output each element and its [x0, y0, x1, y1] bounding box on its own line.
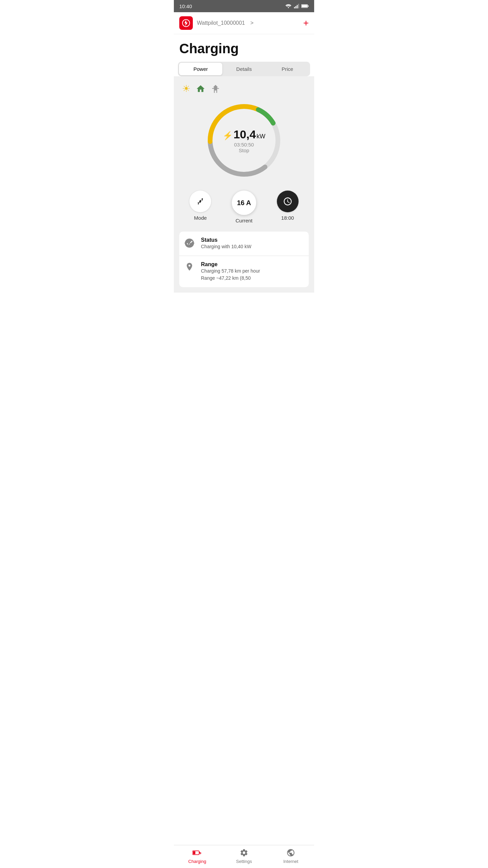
current-control: 16 A Current	[232, 191, 256, 223]
mode-control: Mode	[189, 191, 211, 221]
svg-rect-0	[294, 7, 295, 8]
current-button[interactable]: 16 A	[232, 191, 256, 215]
power-unit: kW	[257, 133, 265, 140]
svg-rect-2	[297, 5, 298, 8]
current-value: 16 A	[237, 199, 251, 207]
power-source-icons: ☀	[179, 82, 309, 96]
mode-button[interactable]	[189, 191, 211, 212]
tab-power[interactable]: Power	[179, 63, 222, 75]
mode-label: Mode	[194, 215, 207, 221]
range-line1: Charging 57,78 km per hour	[201, 268, 260, 275]
controls-row: Mode 16 A Current 18:00	[179, 188, 309, 226]
device-name[interactable]: Wattpilot_10000001	[197, 20, 245, 26]
range-icon-wrap	[183, 261, 196, 273]
range-card: Range Charging 57,78 km per hour Range ~…	[179, 256, 309, 287]
signal-icon	[294, 4, 299, 8]
timer-control: 18:00	[277, 191, 299, 221]
main-content: ☀ ⚡ 10,4 kW 03:50:50 Stop	[174, 76, 314, 293]
home-icon	[196, 84, 205, 94]
range-line2: Range ~47,22 km (8,50	[201, 275, 260, 282]
status-text: Charging with 10,40 kW	[201, 243, 251, 250]
gauge-time: 03:50:50	[234, 142, 254, 147]
info-cards: Status Charging with 10,40 kW Range Char…	[179, 232, 309, 287]
timer-value: 18:00	[281, 215, 294, 221]
status-time: 10:40	[179, 3, 192, 9]
grid-tower-icon	[211, 84, 220, 94]
gauge-power-display: ⚡ 10,4 kW	[223, 128, 265, 141]
tab-price[interactable]: Price	[266, 63, 309, 75]
app-header: Wattpilot_10000001 > +	[174, 12, 314, 34]
svg-rect-3	[298, 4, 299, 8]
power-gauge: ⚡ 10,4 kW 03:50:50 Stop	[203, 100, 285, 181]
app-logo[interactable]	[179, 16, 193, 30]
page-title: Charging	[174, 34, 314, 62]
current-label: Current	[236, 218, 252, 223]
add-button[interactable]: +	[303, 18, 309, 28]
location-icon	[185, 262, 194, 273]
solar-icon: ☀	[182, 83, 190, 94]
battery-icon	[301, 4, 309, 8]
tab-details[interactable]: Details	[222, 63, 266, 75]
wifi-icon	[285, 4, 292, 8]
bolt-icon: ⚡	[223, 131, 233, 140]
gauge-stop[interactable]: Stop	[239, 147, 249, 153]
wattpilot-logo-icon	[182, 19, 190, 27]
clock-icon	[283, 197, 292, 206]
status-card: Status Charging with 10,40 kW	[179, 232, 309, 256]
svg-rect-6	[302, 5, 307, 7]
status-bar: 10:40	[174, 0, 314, 12]
gauge-inner: ⚡ 10,4 kW 03:50:50 Stop	[215, 128, 273, 153]
chevron-icon: >	[250, 20, 253, 26]
status-icons	[285, 4, 309, 8]
tab-bar: Power Details Price	[178, 62, 310, 76]
status-content: Status Charging with 10,40 kW	[201, 237, 251, 250]
status-icon	[184, 238, 195, 249]
status-title: Status	[201, 237, 251, 243]
range-content: Range Charging 57,78 km per hour Range ~…	[201, 261, 260, 282]
timer-button[interactable]	[277, 191, 299, 212]
svg-rect-1	[296, 6, 297, 8]
plug-icon	[196, 197, 205, 206]
power-value: 10,4	[233, 128, 256, 141]
range-title: Range	[201, 261, 260, 268]
header-left: Wattpilot_10000001 >	[179, 16, 253, 30]
status-icon-wrap	[183, 237, 196, 249]
svg-rect-5	[308, 5, 308, 7]
